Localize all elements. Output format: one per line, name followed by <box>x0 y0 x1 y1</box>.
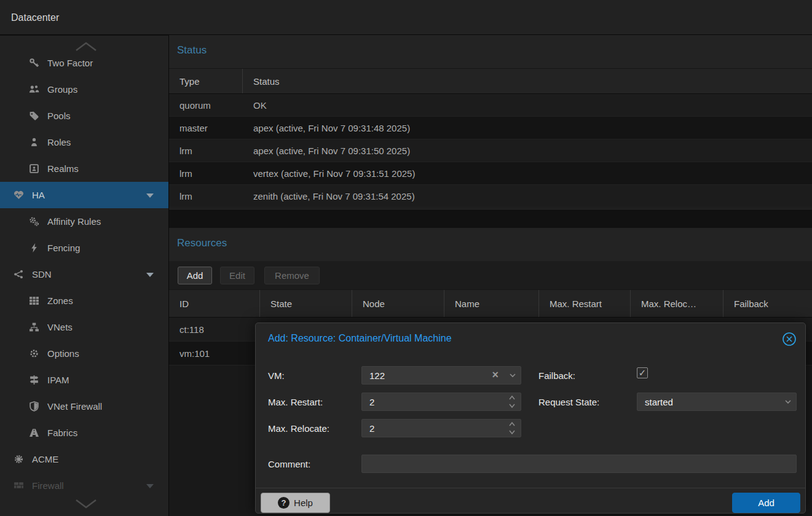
status-row-quorum[interactable]: quorum OK <box>169 94 812 117</box>
max-restart-input[interactable] <box>362 397 521 407</box>
sidebar-item-realms[interactable]: Realms <box>0 155 168 182</box>
dialog-add-button[interactable]: Add <box>732 493 800 513</box>
chevron-down-icon[interactable] <box>509 371 516 381</box>
max-restart-label: Max. Restart: <box>268 397 323 407</box>
request-state-label: Request State: <box>538 397 599 407</box>
column-header-failback[interactable]: Failback <box>723 290 812 317</box>
question-icon: ? <box>278 497 290 509</box>
sidebar-item-acme[interactable]: ACME <box>0 446 168 472</box>
number-spinner[interactable] <box>508 395 516 408</box>
help-button[interactable]: ? Help <box>261 493 330 513</box>
max-relocate-input[interactable] <box>362 423 521 434</box>
sidebar-item-label: VNet Firewall <box>47 401 102 412</box>
sidebar-item-sdn[interactable]: SDN <box>0 261 168 287</box>
resources-panel-title: Resources <box>177 237 227 249</box>
sidebar-item-affinity-rules[interactable]: Affinity Rules <box>0 208 168 235</box>
column-header-max-restart[interactable]: Max. Restart <box>539 290 631 317</box>
id-card-icon <box>29 163 39 174</box>
key-icon <box>29 58 39 68</box>
request-state-value: started <box>645 397 673 407</box>
sidebar-item-label: Affinity Rules <box>47 216 101 227</box>
failback-label: Failback: <box>538 370 575 381</box>
edit-button[interactable]: Edit <box>220 267 254 284</box>
column-header-status[interactable]: Status <box>243 69 812 93</box>
sitemap-icon <box>29 322 39 332</box>
sidebar-item-fencing[interactable]: Fencing <box>0 235 168 261</box>
cell-type: quorum <box>169 94 243 116</box>
column-header-max-relocate[interactable]: Max. Reloc… <box>631 290 723 317</box>
sidebar-item-vnet-firewall[interactable]: VNet Firewall <box>0 393 168 420</box>
users-icon <box>29 84 39 95</box>
sidebar-item-label: HA <box>32 190 45 200</box>
cell-type: lrm <box>169 185 243 207</box>
column-header-type[interactable]: Type <box>169 69 243 93</box>
status-row-master[interactable]: master apex (active, Fri Nov 7 09:31:48 … <box>169 117 812 139</box>
column-header-name[interactable]: Name <box>444 290 539 317</box>
cell-type: lrm <box>169 162 243 184</box>
sidebar-item-fabrics[interactable]: Fabrics <box>0 420 168 446</box>
bolt-icon <box>29 243 39 253</box>
sidebar-item-groups[interactable]: Groups <box>0 76 168 103</box>
add-resource-dialog: Add: Resource: Container/Virtual Machine… <box>255 322 806 514</box>
cell-status: apex (active, Fri Nov 7 09:31:50 2025) <box>243 139 812 162</box>
sidebar-item-pools[interactable]: Pools <box>0 103 168 129</box>
scroll-down-chevron-icon[interactable] <box>73 498 100 510</box>
sidebar-item-firewall[interactable]: Firewall <box>0 472 168 499</box>
chevron-down-icon[interactable] <box>146 194 154 198</box>
chevron-down-icon <box>784 397 792 408</box>
number-spinner[interactable] <box>508 421 516 435</box>
sidebar-item-roles[interactable]: Roles <box>0 129 168 155</box>
sidebar-item-options[interactable]: Options <box>0 340 168 367</box>
max-relocate-field[interactable] <box>361 419 521 437</box>
max-relocate-label: Max. Relocate: <box>268 423 329 434</box>
sidebar-item-label: Fencing <box>47 243 80 253</box>
sidebar-item-label: Firewall <box>32 480 64 491</box>
sidebar-item-two-factor[interactable]: Two Factor <box>0 50 168 76</box>
status-panel-title: Status <box>177 44 207 57</box>
add-button[interactable]: Add <box>178 267 212 284</box>
column-header-node[interactable]: Node <box>352 290 444 317</box>
share-nodes-icon <box>14 269 24 280</box>
close-icon[interactable] <box>782 332 797 346</box>
sidebar-item-zones[interactable]: Zones <box>0 287 168 314</box>
gears-icon <box>29 216 39 227</box>
status-row-lrm-apex[interactable]: lrm apex (active, Fri Nov 7 09:31:50 202… <box>169 139 812 162</box>
chevron-down-icon[interactable] <box>146 273 154 277</box>
comment-input[interactable] <box>362 459 796 469</box>
resources-panel-header: Resources <box>169 228 812 261</box>
sidebar-item-label: Fabrics <box>47 428 77 438</box>
sidebar-item-label: Groups <box>47 84 77 95</box>
sidebar-item-vnets[interactable]: VNets <box>0 314 168 340</box>
comment-field[interactable] <box>361 455 797 473</box>
column-header-state[interactable]: State <box>260 290 352 317</box>
gear-icon <box>29 348 39 359</box>
signpost-icon <box>29 375 39 385</box>
chevron-icon[interactable] <box>146 484 154 488</box>
dialog-add-button-label: Add <box>758 498 775 508</box>
clear-icon[interactable]: × <box>492 369 499 381</box>
resources-table-header: ID State Node Name Max. Restart Max. Rel… <box>169 289 812 318</box>
column-header-id[interactable]: ID <box>169 290 260 317</box>
status-panel-bottom <box>169 208 812 209</box>
sidebar-item-ipam[interactable]: IPAM <box>0 367 168 393</box>
cell-id: vm:101 <box>169 342 260 365</box>
max-restart-field[interactable] <box>361 393 521 411</box>
vm-combo-field[interactable]: × <box>361 366 521 385</box>
request-state-select[interactable]: started <box>637 393 797 411</box>
status-row-lrm-zenith[interactable]: lrm zenith (active, Fri Nov 7 09:31:54 2… <box>169 185 812 208</box>
firewall-icon <box>14 480 24 491</box>
cell-id: ct:118 <box>169 318 260 341</box>
status-row-lrm-vertex[interactable]: lrm vertex (active, Fri Nov 7 09:31:51 2… <box>169 162 812 185</box>
help-button-label: Help <box>294 498 313 508</box>
cell-status: zenith (active, Fri Nov 7 09:31:54 2025) <box>243 185 812 207</box>
proxmox-datacenter-screen: Datacenter Two Factor Groups Pools Roles… <box>0 0 812 516</box>
dialog-title: Add: Resource: Container/Virtual Machine <box>268 333 452 344</box>
user-icon <box>29 137 39 147</box>
sidebar-item-ha[interactable]: HA <box>0 182 168 208</box>
tag-icon <box>29 111 39 121</box>
heart-pulse-icon <box>14 190 24 200</box>
remove-button[interactable]: Remove <box>264 267 320 284</box>
failback-checkbox[interactable]: ✓ <box>637 367 648 378</box>
checkmark-icon: ✓ <box>639 367 647 378</box>
sidebar-item-label: SDN <box>32 269 52 280</box>
